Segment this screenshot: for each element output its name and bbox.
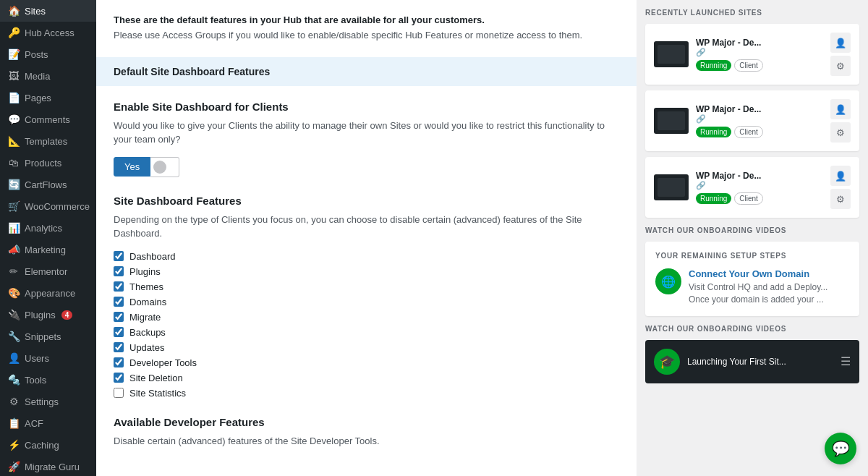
site-settings-button[interactable]: ⚙ xyxy=(830,189,851,209)
site-user-button[interactable]: 👤 xyxy=(830,166,851,186)
intro-sub: Please use Access Groups if you would li… xyxy=(114,28,619,43)
checkbox-input[interactable] xyxy=(114,312,124,322)
checkbox-label: Updates xyxy=(129,342,164,353)
snippets-icon: 🔧 xyxy=(7,331,20,342)
sidebar-item-comments[interactable]: 💬 Comments xyxy=(0,109,96,130)
checkbox-item: Backups xyxy=(114,327,619,338)
hub-access-icon: 🔑 xyxy=(7,27,20,38)
badge-running: Running xyxy=(696,127,731,137)
sidebar-item-cartflows[interactable]: 🔄 CartFlows xyxy=(0,174,96,195)
sidebar-item-products[interactable]: 🛍 Products xyxy=(0,152,96,174)
marketing-icon: 📣 xyxy=(7,244,20,255)
site-info: WP Major - De... 🔗 Running Client xyxy=(696,104,823,138)
site-card: WP Major - De... 🔗 Running Client 👤 ⚙ xyxy=(645,157,859,218)
toggle-yes-button[interactable]: Yes xyxy=(114,157,150,177)
default-dashboard-section-header: Default Site Dashboard Features xyxy=(96,57,637,86)
recently-launched-title: RECENTLY LAUNCHED SITES xyxy=(645,9,859,17)
checkbox-label: Site Deletion xyxy=(129,373,183,383)
site-name: WP Major - De... xyxy=(696,38,823,48)
video-card[interactable]: 🎓 Launching Your First Sit... ☰ xyxy=(645,340,859,383)
sidebar-item-tools[interactable]: 🔩 Tools xyxy=(0,369,96,391)
sidebar-item-templates[interactable]: 📐 Templates xyxy=(0,130,96,152)
site-link: 🔗 xyxy=(696,48,823,57)
sidebar-item-users[interactable]: 👤 Users xyxy=(0,347,96,369)
site-settings-button[interactable]: ⚙ xyxy=(830,56,851,76)
sidebar-item-plugins[interactable]: 🔌 Plugins 4 xyxy=(0,304,96,326)
sidebar-item-sites[interactable]: 🏠 Sites xyxy=(0,0,96,22)
checkbox-item: Updates xyxy=(114,342,619,353)
step-globe-icon: 🌐 xyxy=(655,268,681,294)
checkbox-input[interactable] xyxy=(114,388,124,398)
sidebar-item-label: Posts xyxy=(25,49,48,60)
site-link: 🔗 xyxy=(696,114,823,124)
sidebar-item-label: Sites xyxy=(25,6,46,17)
sidebar-item-marketing[interactable]: 📣 Marketing xyxy=(0,239,96,260)
step-text: Connect Your Own Domain Visit Control HQ… xyxy=(689,268,849,306)
sidebar-item-posts[interactable]: 📝 Posts xyxy=(0,43,96,65)
sidebar-item-appearance[interactable]: 🎨 Appearance xyxy=(0,282,96,304)
enable-title: Enable Site Dashboard for Clients xyxy=(114,101,619,113)
content-area: These are the default features in your H… xyxy=(96,0,637,476)
sidebar-item-settings[interactable]: ⚙ Settings xyxy=(0,391,96,412)
checkbox-input[interactable] xyxy=(114,281,124,292)
site-link: 🔗 xyxy=(696,181,823,190)
site-user-button[interactable]: 👤 xyxy=(830,99,851,119)
checkbox-list: DashboardPluginsThemesDomainsMigrateBack… xyxy=(114,251,619,399)
sidebar-item-label: Elementor xyxy=(25,266,67,277)
checkbox-input[interactable] xyxy=(114,266,124,276)
sidebar-item-label: Plugins xyxy=(25,310,56,320)
sidebar-item-label: ACF xyxy=(25,418,43,429)
site-info: WP Major - De... 🔗 Running Client xyxy=(696,171,823,205)
checkbox-input[interactable] xyxy=(114,357,124,367)
sidebar-item-label: Hub Access xyxy=(25,27,75,38)
sidebar-item-media[interactable]: 🖼 Media xyxy=(0,65,96,87)
checkbox-input[interactable] xyxy=(114,297,124,307)
products-icon: 🛍 xyxy=(7,157,20,169)
checkbox-input[interactable] xyxy=(114,251,124,261)
migrate-guru-icon: 🚀 xyxy=(7,461,20,472)
sidebar-item-label: Caching xyxy=(25,440,59,451)
sidebar: 🏠 Sites 🔑 Hub Access 📝 Posts 🖼 Media 📄 P… xyxy=(0,0,96,476)
sidebar-item-analytics[interactable]: 📊 Analytics xyxy=(0,217,96,239)
sidebar-item-label: Pages xyxy=(25,93,51,103)
onboarding-title: WATCH OUR ONBOARDING VIDEOS xyxy=(645,226,859,234)
checkbox-label: Backups xyxy=(129,327,166,338)
sidebar-item-pages[interactable]: 📄 Pages xyxy=(0,87,96,109)
sidebar-item-hub-access[interactable]: 🔑 Hub Access xyxy=(0,22,96,43)
checkbox-input[interactable] xyxy=(114,342,124,352)
site-user-button[interactable]: 👤 xyxy=(830,33,851,53)
site-card: WP Major - De... 🔗 Running Client 👤 ⚙ xyxy=(645,24,859,85)
checkbox-item: Migrate xyxy=(114,312,619,323)
enable-site-dashboard-section: Enable Site Dashboard for Clients Would … xyxy=(114,101,619,177)
checkbox-input[interactable] xyxy=(114,327,124,337)
sidebar-item-caching[interactable]: ⚡ Caching xyxy=(0,434,96,456)
step-desc: Visit Control HQ and add a Deploy... Onc… xyxy=(689,281,849,306)
site-cards-container: WP Major - De... 🔗 Running Client 👤 ⚙ WP… xyxy=(645,24,859,218)
sidebar-item-acf[interactable]: 📋 ACF xyxy=(0,412,96,434)
pages-icon: 📄 xyxy=(7,92,20,103)
features-desc: Depending on the type of Clients you foc… xyxy=(114,213,619,241)
checkbox-input[interactable] xyxy=(114,373,124,383)
checkbox-label: Migrate xyxy=(129,312,161,323)
step-title[interactable]: Connect Your Own Domain xyxy=(689,268,849,279)
cartflows-icon: 🔄 xyxy=(7,179,20,190)
sidebar-item-woocommerce[interactable]: 🛒 WooCommerce xyxy=(0,195,96,217)
badge-running: Running xyxy=(696,193,731,204)
site-screen xyxy=(658,178,685,197)
intro-text: These are the default features in your H… xyxy=(114,14,619,25)
checkbox-item: Dashboard xyxy=(114,251,619,262)
toggle-track[interactable] xyxy=(150,157,179,177)
sidebar-item-migrate-guru[interactable]: 🚀 Migrate Guru xyxy=(0,456,96,476)
enable-desc: Would you like to give your Clients the … xyxy=(114,119,619,147)
sidebar-item-elementor[interactable]: ✏ Elementor xyxy=(0,260,96,282)
sidebar-item-snippets[interactable]: 🔧 Snippets xyxy=(0,326,96,347)
setup-steps-card: YOUR REMAINING SETUP STEPS 🌐 Connect You… xyxy=(645,242,859,316)
sidebar-item-label: WooCommerce xyxy=(25,201,90,212)
video-menu-icon[interactable]: ☰ xyxy=(841,354,851,368)
chat-bubble[interactable]: 💬 xyxy=(825,433,856,464)
site-thumbnail xyxy=(654,174,689,200)
content-inner: These are the default features in your H… xyxy=(96,0,637,476)
sidebar-item-label: Analytics xyxy=(25,223,62,234)
site-settings-button[interactable]: ⚙ xyxy=(830,122,851,143)
settings-icon: ⚙ xyxy=(7,396,20,407)
